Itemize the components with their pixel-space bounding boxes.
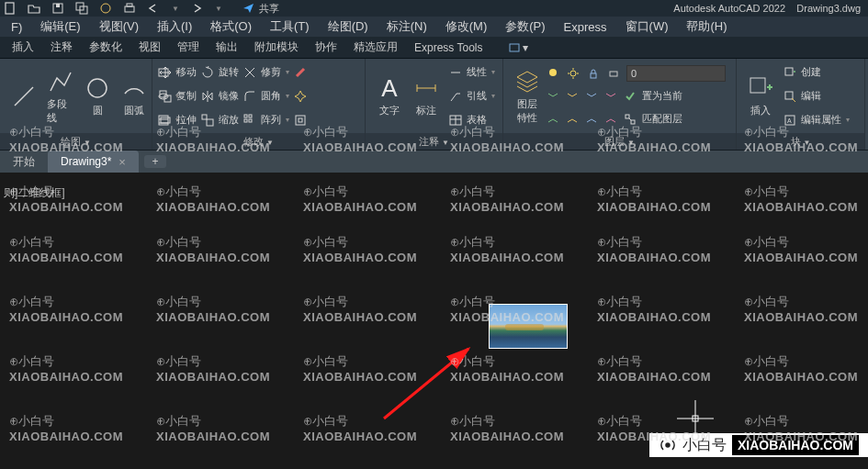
explode-icon[interactable] [293,89,308,104]
panel-draw: 多段线 圆 圆弧 ▾ ▾ ▾ 绘图▼ [0,59,152,150]
layer-tool-5[interactable] [546,112,560,127]
fillet-button[interactable]: 圆角▾ [242,86,289,106]
layer-props-button[interactable]: 图层 特性 [509,66,546,127]
close-icon[interactable]: × [118,155,126,169]
layer-tool-4[interactable] [603,89,618,104]
layer-tool-7[interactable] [584,112,599,127]
sun-icon[interactable] [566,66,581,81]
svg-rect-16 [160,91,166,97]
print-icon[interactable] [123,2,136,15]
copy-button[interactable]: 复制 [158,86,197,106]
menu-param[interactable]: 参数(P) [496,18,554,35]
rotate-icon [200,65,215,80]
bulb-icon[interactable] [546,66,560,81]
ribbon: 多段线 圆 圆弧 ▾ ▾ ▾ 绘图▼ 移动 复制 拉伸 旋转 镜像 缩放 [0,59,868,151]
redo-dropdown[interactable]: ▼ [215,5,222,13]
arc-button[interactable]: 圆弧 [116,73,152,119]
redo-icon[interactable] [190,2,203,15]
circle-button[interactable]: 圆 [79,73,116,119]
move-button[interactable]: 移动 [158,62,197,83]
add-tab-button[interactable]: + [144,155,166,168]
menu-window[interactable]: 窗口(W) [616,18,678,35]
layer-tool-8[interactable] [603,112,618,127]
tab-view[interactable]: 视图 [130,37,169,58]
table-button[interactable]: 表格 [448,110,495,130]
offset-icon[interactable] [293,113,308,128]
tab-collab[interactable]: 协作 [307,37,345,58]
layer-tool-6[interactable] [565,112,580,127]
rotate-button[interactable]: 旋转 [200,62,239,83]
save-icon[interactable] [51,2,64,15]
tab-annotate[interactable]: 注释 [42,37,81,58]
set-current-icon [623,89,637,104]
file-tab-active[interactable]: Drawing3* × [48,151,139,173]
menu-insert[interactable]: 插入(I) [148,18,201,35]
drawing-canvas[interactable]: 则]二维线框] [0,173,868,469]
match-layer-button[interactable]: 匹配图层 [642,112,682,126]
stretch-button[interactable]: 拉伸 [158,110,197,130]
tab-param[interactable]: 参数化 [81,37,130,58]
panel-block-title[interactable]: 块▼ [737,133,864,150]
tab-featured[interactable]: 精选应用 [345,37,406,58]
menu-modify[interactable]: 修改(M) [436,18,497,35]
tab-insert[interactable]: 插入 [4,37,42,58]
panel-layer-title[interactable]: 图层▼ [503,133,736,150]
menu-draw[interactable]: 绘图(D) [319,18,378,35]
open-icon[interactable] [28,2,40,15]
svg-rect-26 [299,118,302,122]
svg-rect-8 [510,44,519,51]
layer-tool-2[interactable] [565,89,580,104]
block-editattr-button[interactable]: A编辑属性▾ [783,110,850,130]
layer-tool-3[interactable] [584,89,599,104]
file-tab-start[interactable]: 开始 [0,151,48,173]
menu-view[interactable]: 视图(V) [90,18,148,35]
block-edit-button[interactable]: 编辑 [783,86,850,106]
block-create-button[interactable]: 创建 [783,62,850,83]
mirror-button[interactable]: 镜像 [200,86,239,106]
text-button[interactable]: A文字 [371,73,408,119]
block-editattr-icon: A [783,113,797,128]
svg-point-35 [570,71,576,76]
panel-annot-title[interactable]: 注释▼ [366,133,502,150]
menu-tools[interactable]: 工具(T) [261,18,319,35]
menu-express[interactable]: Express [555,20,616,34]
menu-format[interactable]: 格式(O) [201,18,261,35]
saveas-icon[interactable] [75,2,88,15]
dim-button[interactable]: 标注 [408,73,445,119]
web-icon[interactable] [99,2,112,15]
tab-express[interactable]: Express Tools [406,37,490,58]
panel-draw-title[interactable]: 绘图▼ [0,133,152,150]
trim-button[interactable]: 修剪▾ [242,62,289,83]
menu-edit[interactable]: 编辑(E) [31,18,89,35]
badge-en: XIAOBAIHAO.COM [732,435,859,455]
layer-transparency-field[interactable] [626,65,726,82]
line-button[interactable] [6,81,42,112]
menu-help[interactable]: 帮助(H) [677,18,736,35]
polyline-button[interactable]: 多段线 [42,66,79,127]
set-current-button[interactable]: 置为当前 [642,89,682,103]
erase-icon[interactable] [293,65,308,80]
linear-button[interactable]: 线性▾ [448,62,495,83]
tab-output[interactable]: 输出 [208,37,246,58]
undo-icon[interactable] [147,2,160,15]
new-icon[interactable] [4,2,17,15]
lock-icon[interactable] [586,66,601,81]
layer-tool-1[interactable] [546,89,560,104]
block-insert-button[interactable]: 插入 [742,73,779,119]
menu-dim[interactable]: 标注(N) [378,18,436,35]
leader-button[interactable]: 引线▾ [448,86,495,106]
tab-manage[interactable]: 管理 [169,37,208,58]
tab-addons[interactable]: 附加模块 [246,37,307,58]
undo-dropdown[interactable]: ▼ [172,5,179,13]
share-button[interactable]: 共享 [242,2,279,16]
file-tab-bar: 开始 Drawing3* × + [0,151,868,173]
scale-icon [200,113,215,128]
tab-box-icon[interactable]: ▾ [498,37,536,58]
array-button[interactable]: 阵列▾ [242,110,289,130]
panel-modify-title[interactable]: 修改▼ [152,133,365,150]
svg-rect-2 [56,4,60,7]
scale-button[interactable]: 缩放 [200,110,239,130]
menu-file[interactable]: F) [2,20,31,34]
plot-icon[interactable] [606,66,621,81]
inserted-image[interactable] [489,304,568,349]
